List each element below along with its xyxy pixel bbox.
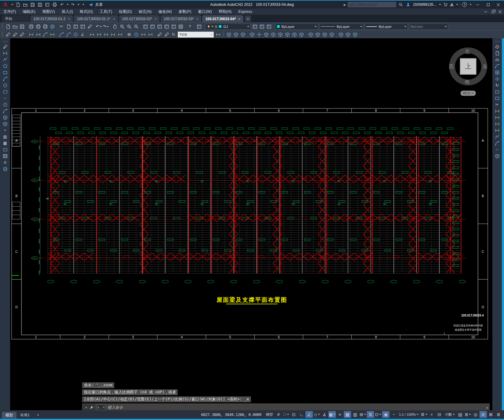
undo-icon[interactable]: ↶ bbox=[95, 23, 102, 30]
create-block-icon[interactable] bbox=[1, 121, 9, 127]
qat-saveas-icon[interactable] bbox=[36, 2, 43, 8]
annotation-autoscale-icon[interactable]: ◔ bbox=[390, 411, 397, 418]
extrude-face-icon[interactable] bbox=[248, 31, 256, 38]
offset-face-icon[interactable] bbox=[263, 31, 270, 38]
color-face-icon[interactable] bbox=[298, 31, 305, 38]
properties-palette-icon[interactable] bbox=[142, 23, 149, 30]
annotation-visibility-icon[interactable]: ◉ bbox=[382, 411, 389, 418]
chamfer-icon[interactable] bbox=[493, 133, 501, 140]
array-icon[interactable] bbox=[493, 69, 501, 76]
autodesk-a-icon[interactable]: A bbox=[450, 2, 453, 7]
doc-close-button[interactable] bbox=[497, 9, 504, 14]
zoom-previous-icon[interactable] bbox=[133, 23, 140, 30]
command-prompt-icon[interactable]: >_ bbox=[97, 405, 105, 410]
command-customize-icon[interactable] bbox=[89, 405, 94, 410]
search-input[interactable] bbox=[348, 2, 396, 7]
object-snap-tracking-icon[interactable]: ∡ bbox=[321, 411, 328, 418]
toolbar-grip[interactable] bbox=[3, 41, 8, 42]
dim-angular-icon[interactable]: ∠ bbox=[79, 31, 86, 38]
dim-edit-icon[interactable] bbox=[156, 31, 163, 38]
3d-dwf-icon[interactable] bbox=[49, 23, 56, 30]
trim-icon[interactable]: ✂ bbox=[493, 101, 501, 108]
menu-file[interactable]: 文件(F) bbox=[0, 9, 19, 15]
hatch-icon[interactable]: ▨ bbox=[1, 133, 9, 140]
account-name[interactable]: 1505999135... bbox=[413, 2, 436, 7]
menu-help[interactable]: 帮助(H) bbox=[215, 9, 235, 15]
match-properties-icon[interactable] bbox=[86, 23, 93, 30]
tab-drawing-2[interactable]: 100.01TJ0033-01-1*× bbox=[74, 15, 118, 22]
separate-icon[interactable] bbox=[337, 31, 344, 38]
clean-screen-icon[interactable]: ⊠ bbox=[487, 411, 495, 418]
insert-block-icon[interactable] bbox=[1, 114, 9, 121]
move-icon[interactable] bbox=[493, 76, 501, 82]
tab-drawing-5-active[interactable]: 100.01TJ0033-04*× bbox=[202, 15, 243, 22]
dim-diameter-icon[interactable] bbox=[72, 31, 79, 38]
customization-icon[interactable]: ≣ bbox=[495, 411, 502, 418]
mtext-icon[interactable]: A bbox=[1, 159, 9, 166]
dim-linear-icon[interactable] bbox=[28, 31, 35, 38]
search-icon[interactable] bbox=[398, 2, 404, 7]
help-caret-icon[interactable] bbox=[470, 4, 472, 5]
units-button[interactable]: 小数 bbox=[443, 411, 456, 418]
arc-icon[interactable] bbox=[1, 76, 9, 82]
lock-ui-icon[interactable]: ≣ bbox=[464, 411, 472, 418]
model-space-canvas[interactable]: 1122334455667788991010AABBCCDD3C3C3C3C3C… bbox=[10, 38, 492, 410]
intersect-icon[interactable] bbox=[239, 31, 246, 38]
redo-icon[interactable]: ↷ bbox=[102, 23, 109, 30]
explode-icon[interactable] bbox=[493, 153, 501, 159]
taper-face-icon[interactable] bbox=[284, 31, 291, 38]
blend-curves-icon[interactable]: ~ bbox=[493, 146, 501, 153]
tab-close-icon[interactable]: × bbox=[238, 17, 240, 21]
dim-spacing-icon[interactable] bbox=[109, 31, 116, 38]
layout1-tab[interactable]: 布局1 bbox=[17, 412, 33, 418]
help-icon[interactable]: ? bbox=[462, 2, 467, 7]
app-store-icon[interactable] bbox=[443, 2, 448, 7]
polar-tracking-icon[interactable]: ∠ bbox=[305, 411, 313, 418]
share-label[interactable]: 共享 bbox=[95, 2, 103, 7]
doc-restore-button[interactable] bbox=[489, 9, 497, 14]
shell-icon[interactable] bbox=[344, 31, 351, 38]
new-tab-button[interactable]: + bbox=[245, 16, 251, 22]
line-icon[interactable] bbox=[1, 43, 9, 50]
doc-minimize-button[interactable] bbox=[482, 9, 489, 14]
view-cube-top-face[interactable]: 上 bbox=[460, 58, 476, 75]
dim-continue-icon[interactable] bbox=[102, 31, 109, 38]
snap-mode-icon[interactable]: ∷ bbox=[282, 411, 290, 418]
region-icon[interactable] bbox=[1, 146, 9, 153]
tab-drawing-3[interactable]: 100.01TJ0033-02*× bbox=[119, 15, 160, 22]
point-icon[interactable]: • bbox=[1, 127, 9, 133]
dim-style-update-icon[interactable] bbox=[214, 31, 222, 38]
dynamic-ucs-icon[interactable]: ⇅ bbox=[367, 411, 374, 418]
dim-break-icon[interactable] bbox=[116, 31, 123, 38]
stretch-icon[interactable] bbox=[493, 95, 501, 101]
tolerance-icon[interactable]: ⊞ bbox=[126, 31, 133, 38]
zoom-window-icon[interactable] bbox=[126, 23, 133, 30]
transparency-icon[interactable]: ▦ bbox=[344, 411, 351, 418]
tab-close-icon[interactable]: × bbox=[113, 17, 115, 21]
menu-tools[interactable]: 工具(T) bbox=[96, 9, 116, 15]
spline-icon[interactable]: ~ bbox=[1, 95, 9, 101]
join-icon[interactable] bbox=[493, 127, 501, 133]
dim-ordinate-icon[interactable] bbox=[49, 31, 56, 38]
union-icon[interactable] bbox=[225, 31, 232, 38]
qat-save-icon[interactable] bbox=[29, 2, 36, 8]
isolate-objects-icon[interactable]: ◎ bbox=[472, 411, 479, 418]
share-icon[interactable] bbox=[87, 2, 94, 8]
annotation-monitor-icon[interactable]: ⊟ bbox=[436, 411, 443, 418]
selection-cycling-icon[interactable]: ▥ bbox=[351, 411, 359, 418]
view-cube-south[interactable]: 南 bbox=[465, 79, 470, 85]
ortho-mode-icon[interactable]: ∟ bbox=[298, 411, 305, 418]
designcenter-icon[interactable] bbox=[149, 23, 156, 30]
model-tab[interactable]: 模型 bbox=[2, 412, 17, 418]
minimize-button[interactable] bbox=[473, 1, 482, 8]
check-solid-icon[interactable] bbox=[351, 31, 358, 38]
tab-start[interactable]: 开始 bbox=[2, 15, 29, 22]
dim-radius-icon[interactable] bbox=[58, 31, 65, 38]
graphics-performance-icon[interactable]: ⊘ bbox=[479, 411, 487, 418]
3d-object-snap-icon[interactable]: ⊞ bbox=[359, 411, 366, 418]
qat-plot-icon[interactable] bbox=[51, 2, 58, 8]
make-layer-current-icon[interactable] bbox=[251, 23, 258, 30]
tab-drawing-1[interactable]: 100.01TJ0033-01-2× bbox=[30, 15, 73, 22]
dim-jogline-icon[interactable] bbox=[147, 31, 154, 38]
workspace-switching-icon[interactable]: ⚙ bbox=[420, 411, 428, 418]
